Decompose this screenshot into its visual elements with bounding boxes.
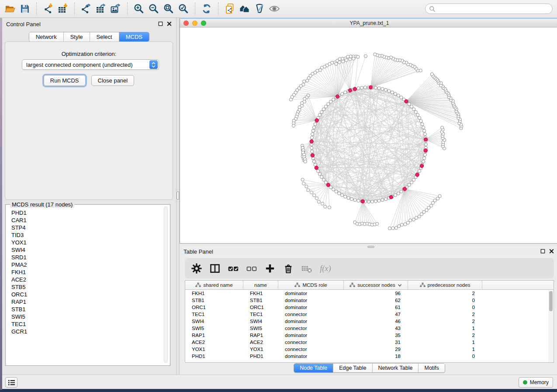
deselect-all-button[interactable] [245, 262, 258, 275]
tab-motifs[interactable]: Motifs [419, 364, 444, 372]
columns-button[interactable] [208, 262, 221, 275]
select-all-button[interactable] [227, 262, 240, 275]
tab-edge-table[interactable]: Edge Table [333, 364, 372, 372]
search-box[interactable] [425, 3, 553, 14]
mcds-result-item[interactable]: SWI4 [6, 246, 163, 254]
export-image-icon [110, 3, 121, 14]
home-button[interactable] [237, 1, 252, 16]
table-row[interactable]: PHD1PHD1dominator180 [185, 353, 554, 360]
table-row[interactable]: FKH1FKH1dominator962 [185, 290, 554, 297]
table-row[interactable]: ORC1ORC1dominator610 [185, 304, 554, 311]
mcds-result-item[interactable]: STP4 [6, 224, 163, 231]
mcds-result-item[interactable]: GCR1 [6, 328, 163, 335]
network-view[interactable] [180, 28, 557, 243]
search-input[interactable] [436, 6, 549, 12]
criterion-dropdown[interactable]: largest connected component (undirected) [22, 59, 159, 70]
splitter-grab-handle[interactable] [176, 192, 179, 199]
mcds-result-item[interactable]: RAP1 [6, 298, 163, 306]
refresh-button[interactable] [199, 1, 214, 16]
column-label: name [254, 282, 267, 288]
gear-button[interactable] [190, 262, 203, 275]
zoom-selected-button[interactable] [176, 1, 191, 16]
table-panel-resize-handle[interactable] [367, 246, 374, 248]
mcds-result-item[interactable]: PHD1 [6, 209, 163, 217]
mcds-result-item[interactable]: STB1 [6, 306, 163, 313]
mcds-result-item[interactable]: ACE2 [6, 276, 163, 283]
table-row[interactable]: TEC1TEC1connector472 [185, 311, 554, 318]
table-row[interactable]: SWI5SWI5connector431 [185, 325, 554, 332]
zoom-in-icon [133, 3, 145, 14]
export-table-button[interactable] [93, 1, 108, 16]
column-header-predecessor-nodes[interactable]: predecessor nodes [408, 281, 482, 289]
mcds-list-scrollbar[interactable] [164, 206, 168, 363]
column-header-name[interactable]: name [243, 281, 278, 289]
table-row[interactable]: ACE2ACE2connector311 [185, 339, 554, 346]
eye-button[interactable] [267, 1, 282, 16]
tab-network[interactable]: Network [29, 32, 64, 41]
column-header-successor-nodes[interactable]: successor nodes [344, 281, 408, 289]
vertical-splitter[interactable] [176, 18, 180, 375]
table-row[interactable]: STB1STB1dominator620 [185, 297, 554, 304]
import-table-button[interactable] [55, 1, 70, 16]
zoom-out-button[interactable] [146, 1, 161, 16]
mcds-result-item[interactable]: FKH1 [6, 268, 163, 276]
mcds-result-item[interactable]: TID3 [6, 231, 163, 239]
run-mcds-button[interactable]: Run MCDS [44, 75, 86, 86]
network-frame-titlebar[interactable]: YPA_prune.txt_1 [180, 19, 557, 28]
task-history-button[interactable] [5, 377, 17, 388]
column-header-MCDS-role[interactable]: MCDS role [278, 281, 344, 289]
zoom-fit-button[interactable] [161, 1, 176, 16]
table-cell: dominator [278, 333, 344, 338]
tab-select[interactable]: Select [90, 32, 119, 41]
table-row[interactable]: SWI4SWI4dominator462 [185, 318, 554, 325]
table-cell: connector [278, 347, 344, 352]
mcds-result-item[interactable]: PMA2 [6, 261, 163, 268]
table-cell: 1 [408, 340, 482, 345]
clone-network-button[interactable] [222, 1, 237, 16]
table-scrollbar-thumb[interactable] [549, 291, 553, 311]
export-network-button[interactable] [79, 1, 93, 16]
column-header-shared-name[interactable]: shared name [185, 281, 243, 289]
zoom-in-button[interactable] [131, 1, 146, 16]
table-cell: dominator [278, 291, 344, 296]
tab-style[interactable]: Style [64, 32, 90, 41]
save-button[interactable] [17, 1, 32, 16]
mcds-result-item[interactable]: STB5 [6, 283, 163, 291]
mcds-result-item[interactable]: SRD1 [6, 254, 163, 261]
table-cell: 1 [408, 347, 482, 352]
float-panel-icon[interactable] [540, 249, 545, 254]
home-icon [239, 3, 250, 14]
float-panel-icon[interactable] [158, 21, 163, 26]
open-button[interactable] [3, 1, 17, 16]
close-panel-button[interactable]: Close panel [91, 75, 135, 86]
mcds-result-item[interactable]: YOX1 [6, 239, 163, 246]
mcds-result-group: MCDS result (17 nodes) PHD1CAR1STP4TID3Y… [5, 204, 170, 366]
import-network-button[interactable] [41, 1, 55, 16]
memory-status-dot [523, 380, 527, 385]
table-cell: SWI4 [185, 319, 243, 324]
table-cell: SWI5 [185, 326, 243, 331]
table-row[interactable]: YOX1YOX1connector291 [185, 346, 554, 353]
columns-icon [209, 262, 221, 275]
add-column-button[interactable] [263, 262, 277, 275]
table-scrollbar[interactable] [548, 290, 553, 362]
close-panel-icon[interactable] [549, 249, 554, 254]
tab-network-table[interactable]: Network Table [373, 364, 419, 372]
tab-node-table[interactable]: Node Table [294, 364, 333, 372]
delete-column-button[interactable] [282, 262, 295, 275]
table-cell: 2 [408, 312, 482, 317]
table-cell: ORC1 [185, 305, 243, 310]
export-image-button[interactable] [108, 1, 123, 16]
table-cell: YOX1 [185, 347, 243, 352]
mcds-result-item[interactable]: ORC1 [6, 291, 163, 298]
tab-mcds[interactable]: MCDS [119, 32, 149, 41]
select-all-icon [227, 262, 239, 275]
style-pen-button[interactable] [252, 1, 267, 16]
mcds-result-item[interactable]: TEC1 [6, 320, 163, 328]
memory-button[interactable]: Memory [519, 377, 553, 388]
table-row[interactable]: RAP1RAP1dominator352 [185, 332, 554, 339]
mcds-result-item[interactable]: SWI5 [6, 313, 163, 320]
svg-text:f(x): f(x) [320, 264, 331, 273]
close-panel-icon[interactable] [167, 21, 172, 26]
mcds-result-item[interactable]: CAR1 [6, 217, 163, 224]
